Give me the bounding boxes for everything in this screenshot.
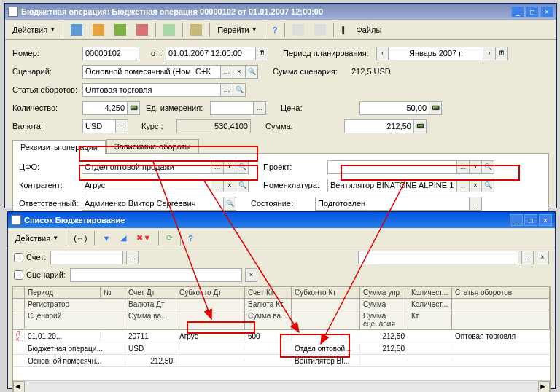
col-debit-sub[interactable]: Субконто Дт: [176, 287, 245, 298]
cfo-select-icon[interactable]: …: [211, 160, 224, 174]
status-input[interactable]: [315, 197, 470, 211]
tb-icon-8[interactable]: [310, 22, 330, 38]
goto-menu[interactable]: Перейти▼: [213, 22, 262, 38]
close-button-2[interactable]: ×: [539, 214, 552, 226]
maximize-button-2[interactable]: □: [524, 214, 537, 226]
sum-calc-icon[interactable]: 📟: [414, 119, 427, 133]
unit-select-icon[interactable]: …: [254, 101, 266, 115]
counterparty-input[interactable]: [82, 179, 211, 192]
col-sum-va-kt[interactable]: Сумма ва...: [245, 310, 292, 329]
responsible-search-icon[interactable]: 🔍: [224, 197, 236, 211]
tb-icon-6[interactable]: [186, 22, 206, 38]
price-input[interactable]: [359, 101, 429, 115]
col-qty[interactable]: Количест...: [408, 287, 452, 298]
maximize-button[interactable]: □: [526, 6, 539, 17]
help-icon-2[interactable]: ?: [184, 230, 198, 246]
status-select-icon[interactable]: …: [470, 197, 482, 211]
unit-input[interactable]: [210, 101, 254, 115]
counterparty-clear-icon[interactable]: ×: [224, 179, 236, 192]
nomenclature-input[interactable]: [327, 179, 457, 192]
article-select-icon[interactable]: …: [221, 83, 233, 97]
project-clear-icon[interactable]: ×: [470, 160, 482, 174]
actions-menu-2[interactable]: Действия▼: [11, 230, 63, 246]
files-menu[interactable]: Файлы: [351, 22, 386, 38]
actions-menu[interactable]: Действия▼: [8, 22, 60, 38]
col-scenario[interactable]: Сценарий: [25, 310, 125, 329]
tb-icon-3[interactable]: [110, 22, 131, 38]
tb-icon-9[interactable]: ‖: [337, 22, 350, 38]
col-sum-va-dt[interactable]: Сумма ва...: [125, 310, 176, 329]
tb-icon-5[interactable]: [159, 22, 179, 38]
refresh-icon[interactable]: ⟳: [162, 230, 177, 246]
tb-icon-7[interactable]: [288, 22, 308, 38]
cfo-input[interactable]: [82, 160, 211, 174]
right-filter-clear-icon[interactable]: ×: [537, 251, 549, 264]
tb-icon-2[interactable]: [88, 22, 109, 38]
col-num[interactable]: №: [101, 287, 125, 298]
table-row[interactable]: ДтКт 01.01.20... 20711 Агрус 600 212,50 …: [13, 330, 550, 342]
h-scrollbar[interactable]: ◄►: [13, 380, 550, 392]
project-input[interactable]: [327, 160, 457, 174]
project-search-icon[interactable]: 🔍: [482, 160, 494, 174]
minimize-button[interactable]: _: [511, 6, 524, 17]
cfo-search-icon[interactable]: 🔍: [236, 160, 249, 174]
currency-input[interactable]: [82, 119, 116, 133]
col-registrator[interactable]: Регистратор: [25, 299, 125, 310]
nomenclature-search-icon[interactable]: 🔍: [482, 179, 494, 192]
period-input[interactable]: [389, 47, 483, 60]
cfo-clear-icon[interactable]: ×: [224, 160, 236, 174]
table-row[interactable]: Основной помесячн... 212,50 Вентилятор B…: [13, 355, 550, 367]
scenario-select-icon[interactable]: …: [221, 65, 233, 79]
scenario-checkbox[interactable]: [14, 270, 23, 280]
help-icon[interactable]: ?: [268, 22, 282, 38]
scenario-clear-icon[interactable]: ×: [233, 65, 246, 79]
tb2-icon-3[interactable]: ◢: [116, 230, 131, 246]
close-button[interactable]: ×: [540, 6, 553, 17]
qty-input[interactable]: [82, 101, 128, 115]
number-input[interactable]: [82, 47, 139, 60]
col-period[interactable]: Период: [25, 287, 101, 298]
article-input[interactable]: [82, 83, 221, 97]
tb-icon-1[interactable]: [66, 22, 87, 38]
tb2-icon-4[interactable]: ✖▼: [132, 230, 155, 246]
col-curr-kt[interactable]: Валюта Кт: [245, 299, 292, 310]
scenario-filter-clear-icon[interactable]: ×: [245, 268, 257, 282]
col-credit-acc[interactable]: Счет Кт: [245, 287, 292, 298]
account-checkbox[interactable]: [14, 253, 23, 262]
account-select-icon[interactable]: …: [126, 251, 139, 264]
col-article[interactable]: Статья оборотов: [452, 287, 550, 298]
scenario-input[interactable]: [82, 65, 221, 79]
minimize-button-2[interactable]: _: [510, 214, 523, 226]
account-filter-input[interactable]: [50, 251, 123, 264]
tab-requisites[interactable]: Реквизиты операции: [12, 140, 106, 154]
article-search-icon[interactable]: 🔍: [233, 83, 246, 97]
date-input[interactable]: [166, 47, 256, 60]
col-sum-scen[interactable]: Сумма сценария: [360, 310, 408, 329]
col-credit-sub[interactable]: Субконто Кт: [292, 287, 360, 298]
col-sum[interactable]: Сумма: [360, 299, 408, 310]
tab-dependent[interactable]: Зависимые обороты: [106, 139, 199, 153]
responsible-input[interactable]: [82, 197, 224, 211]
period-back-button[interactable]: ‹: [376, 47, 389, 60]
tb2-icon-2[interactable]: ▼: [98, 230, 114, 246]
table-row[interactable]: Бюджетная операци... USD Отдел оптовой..…: [13, 342, 550, 355]
scenario-filter[interactable]: Сценарий:: [14, 270, 66, 280]
col-sum-mgmt[interactable]: Сумма упр: [360, 287, 408, 298]
currency-select-icon[interactable]: …: [116, 119, 128, 133]
tb-icon-4[interactable]: [132, 22, 152, 38]
period-picker-icon[interactable]: 🗓: [496, 47, 508, 60]
scenario-search-icon[interactable]: 🔍: [246, 65, 258, 79]
scenario-filter-input[interactable]: [70, 268, 242, 282]
project-select-icon[interactable]: …: [457, 160, 470, 174]
counterparty-search-icon[interactable]: 🔍: [236, 179, 249, 192]
col-qty2[interactable]: Количест...: [408, 299, 452, 310]
col-debit-acc[interactable]: Счет Дт: [125, 287, 176, 298]
col-curr-dt[interactable]: Валюта Дт: [125, 299, 176, 310]
price-calc-icon[interactable]: 📟: [429, 101, 442, 115]
right-filter-select-icon[interactable]: …: [521, 251, 534, 264]
period-fwd-button[interactable]: ›: [483, 47, 496, 60]
counterparty-select-icon[interactable]: …: [211, 179, 224, 192]
date-picker-icon[interactable]: 🗓: [256, 47, 268, 60]
nomenclature-select-icon[interactable]: …: [457, 179, 470, 192]
right-filter-input[interactable]: [358, 251, 518, 264]
